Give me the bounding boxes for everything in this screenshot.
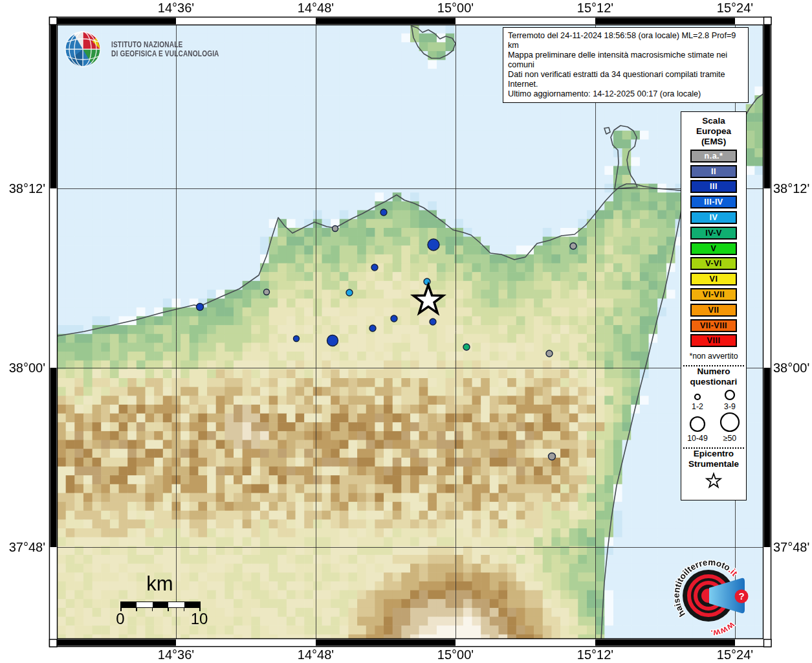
legend-title: Scala Europea (EMS) <box>681 116 746 147</box>
epicenter-star-icon <box>704 471 723 490</box>
legend-item-label: V <box>711 244 717 253</box>
axis-label-latitude-right: 38°12' <box>773 181 812 196</box>
axis-label-latitude-left: 38°00' <box>0 361 45 376</box>
legend-item-III-IV: III-IV <box>690 196 737 208</box>
legend-item-VI-VII: VI-VII <box>690 288 737 301</box>
legend-item-n.a.*: n.a.* <box>690 150 737 163</box>
legend-item-V-VI: V-VI <box>690 257 737 270</box>
legend-item-II: II <box>690 165 737 178</box>
questionnaire-size-3-9: 3-9 <box>714 388 746 411</box>
earthquake-info-box: Terremoto del 24-11-2024 18:56:58 (ora l… <box>503 27 749 103</box>
haisentitoilterremoto-logo[interactable]: ? haisentitoilterremoto.it www. <box>666 550 763 647</box>
axis-label-longitude-top: 15°12' <box>556 1 634 16</box>
epicenter-title-2: Strumentale <box>681 459 746 469</box>
legend-item-label: II <box>711 167 716 176</box>
info-line-data: Dati non verificati estratti da 34 quest… <box>508 70 743 89</box>
questionnaire-size-10-49: 10-49 <box>681 411 714 443</box>
questionnaire-circle-icon <box>688 415 707 433</box>
ingv-logo-text: ISTITUTO NAZIONALE DI GEOFISICA E VULCAN… <box>111 40 219 58</box>
hsit-question-badge: ? <box>735 590 749 603</box>
axis-label-latitude-left: 38°12' <box>0 181 45 196</box>
axis-label-longitude-bottom: 15°00' <box>417 647 494 662</box>
legend-item-label: VI <box>710 275 718 284</box>
axis-label-longitude-bottom: 15°12' <box>556 647 634 662</box>
legend-item-VII-VIII: VII-VIII <box>690 319 737 332</box>
scale-bar-segment <box>137 602 152 607</box>
axis-label-longitude-top: 14°48' <box>277 1 355 16</box>
scale-bar-segment <box>168 602 184 607</box>
questionnaire-circle-icon <box>719 411 741 433</box>
axis-label-longitude-top: 14°36' <box>137 1 215 16</box>
legend-item-label: III <box>710 182 718 191</box>
ingv-globe-icon <box>63 30 102 69</box>
legend-item-V: V <box>690 242 737 255</box>
questionnaire-size-label: 10-49 <box>687 434 707 443</box>
scale-bar-segment <box>153 602 168 607</box>
questionnaire-size-key: 1-2 3-9 10-49 ≥50 <box>681 388 746 443</box>
legend-footnote: *non avvertito <box>681 352 746 361</box>
legend-item-VII: VII <box>690 304 737 317</box>
terrain-map <box>57 25 763 639</box>
legend-item-VI: VI <box>690 273 737 286</box>
intensity-legend: Scala Europea (EMS) n.a.*IIIIIIII-IVIVIV… <box>681 111 747 500</box>
axis-label-longitude-bottom: 14°48' <box>277 647 355 662</box>
ingv-logo[interactable]: ISTITUTO NAZIONALE DI GEOFISICA E VULCAN… <box>63 30 239 69</box>
scale-bar-start: 0 <box>101 610 140 628</box>
questionnaire-size-1-2: 1-2 <box>681 388 714 411</box>
info-line-title: Mappa preliminare delle intensità macros… <box>508 51 743 70</box>
svg-text:www.: www. <box>710 620 738 638</box>
questionnaire-size-label: 3-9 <box>724 402 736 411</box>
ingv-line1: ISTITUTO NAZIONALE <box>111 40 219 49</box>
legend-item-label: IV-V <box>705 229 722 238</box>
legend-item-III: III <box>690 180 737 193</box>
legend-color-scale: n.a.*IIIIIIII-IVIVIV-VVV-VIVIVI-VIIVIIVI… <box>681 150 746 348</box>
hsit-text-www: www. <box>710 620 738 638</box>
legend-item-label: n.a.* <box>705 152 723 161</box>
scale-bar-tick <box>120 607 122 611</box>
scale-bar-tick <box>152 607 153 611</box>
legend-item-label: III-IV <box>704 197 723 207</box>
axis-label-longitude-bottom: 14°36' <box>137 647 215 662</box>
hsit-question-mark: ? <box>738 590 744 601</box>
scale-bar-segment <box>121 602 137 607</box>
info-line-updated: Ultimo aggiornamento: 14-12-2025 00:17 (… <box>508 89 743 99</box>
legend-item-label: VI-VII <box>703 290 725 299</box>
legend-item-label: VII <box>708 306 719 315</box>
axis-label-longitude-bottom: 15°24' <box>696 647 774 662</box>
scale-bar-unit: km <box>121 572 199 596</box>
legend-item-VIII: VIII <box>690 334 737 347</box>
epicenter-title-1: Epicentro <box>681 449 746 459</box>
scale-bar-end: 10 <box>180 610 219 628</box>
legend-item-IV-V: IV-V <box>690 227 737 240</box>
questionnaire-circle-icon <box>693 392 702 401</box>
epicenter-star-key <box>681 471 746 490</box>
legend-item-IV: IV <box>690 211 737 224</box>
legend-item-label: VIII <box>707 336 721 345</box>
axis-label-latitude-left: 37°48' <box>0 540 45 555</box>
scale-bar-tick <box>184 607 185 611</box>
macroseismic-map-page: Terremoto del 24-11-2024 18:56:58 (ora l… <box>0 0 812 663</box>
axis-label-longitude-top: 15°00' <box>417 1 494 16</box>
questionnaire-title-2: questionari <box>681 377 746 387</box>
legend-item-label: VII-VIII <box>700 321 727 330</box>
scale-bar-tick <box>136 607 137 611</box>
questionnaire-size-≥50: ≥50 <box>714 411 746 443</box>
legend-item-label: IV <box>710 213 718 222</box>
scale-bar-segment <box>184 602 200 607</box>
questionnaire-circle-icon <box>723 388 736 401</box>
axis-label-latitude-right: 37°48' <box>773 540 812 555</box>
axis-label-longitude-top: 15°24' <box>696 1 774 16</box>
questionnaire-title-1: Numero <box>681 366 746 377</box>
questionnaire-size-label: ≥50 <box>723 434 736 443</box>
legend-item-label: V-VI <box>705 259 722 268</box>
scale-bar <box>120 601 201 608</box>
questionnaire-size-label: 1-2 <box>692 402 703 411</box>
info-line-event: Terremoto del 24-11-2024 18:56:58 (ora l… <box>508 31 743 51</box>
ingv-line2: DI GEOFISICA E VULCANOLOGIA <box>111 49 219 58</box>
axis-label-latitude-right: 38°00' <box>773 361 812 376</box>
scale-bar-tick <box>199 607 201 611</box>
scale-bar-tick <box>168 607 169 611</box>
